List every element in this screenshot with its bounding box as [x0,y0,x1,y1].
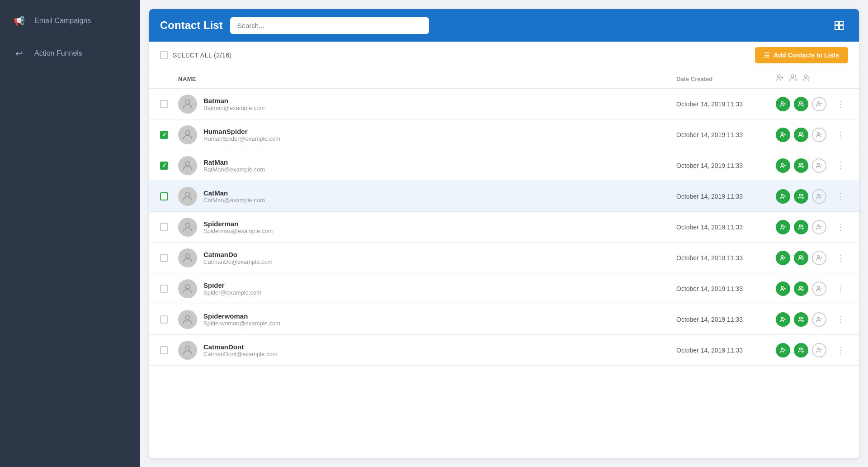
add-to-list-button[interactable] [776,312,790,327]
add-to-list-button[interactable] [776,343,790,357]
row-menu-button[interactable]: ⋮ [833,190,848,203]
add-to-group-button[interactable] [794,343,808,357]
row-actions: ⋮ [776,189,848,204]
add-contacts-button[interactable]: ☰ Add Contacts to Lists [755,47,848,63]
table-row: Batman Batman@example.com October 14, 20… [149,89,859,119]
contact-name: Spiderman [203,220,676,228]
th-name: NAME [178,76,676,82]
row-checkbox[interactable] [160,346,168,354]
avatar [178,125,197,144]
svg-point-71 [817,348,820,350]
row-checkbox-wrap [160,131,178,139]
row-checkbox[interactable] [160,254,168,262]
add-to-group-button[interactable] [794,158,808,173]
svg-point-17 [185,130,189,134]
avatar [178,341,197,360]
svg-point-66 [185,346,189,350]
avatar [178,218,197,237]
row-checkbox[interactable] [160,100,168,108]
row-info: CatmanDont CatmanDont@example.com [203,343,676,357]
add-to-group-button[interactable] [794,128,808,142]
contact-email: CatmanDo@example.com [203,258,676,265]
page-title: Contact List [160,19,223,32]
svg-point-43 [817,224,820,227]
remove-button[interactable] [812,312,826,327]
row-menu-button[interactable]: ⋮ [833,313,848,326]
row-menu-button[interactable]: ⋮ [833,251,848,265]
table-row: RatMan RatMan@example.com October 14, 20… [149,150,859,181]
contact-name: CatmanDont [203,343,676,351]
row-checkbox[interactable] [160,315,168,324]
row-info: Spiderwoman Spiderwoman@example.com [203,312,676,327]
row-checkbox[interactable] [160,223,168,231]
row-menu-button[interactable]: ⋮ [833,220,848,234]
svg-point-64 [817,317,820,319]
layout-toggle-button[interactable] [830,16,848,34]
remove-button[interactable] [812,220,826,234]
svg-point-63 [799,317,802,319]
svg-rect-2 [835,26,839,29]
svg-point-46 [781,255,783,257]
add-to-list-button[interactable] [776,189,790,204]
contact-date: October 14, 2019 11:33 [676,224,776,231]
add-to-list-button[interactable] [776,158,790,173]
remove-button[interactable] [812,97,826,111]
remove-button[interactable] [812,343,826,357]
row-menu-button[interactable]: ⋮ [833,159,848,172]
th-actions [776,74,848,84]
add-to-list-button[interactable] [776,128,790,142]
row-actions: ⋮ [776,343,848,357]
row-menu-button[interactable]: ⋮ [833,343,848,357]
add-to-list-button[interactable] [776,281,790,296]
contact-email: RatMan@example.com [203,166,676,173]
contact-email: CatMan@example.com [203,197,676,204]
svg-point-25 [781,163,783,165]
add-to-group-button[interactable] [794,189,808,204]
contact-date: October 14, 2019 11:33 [676,316,776,323]
remove-button[interactable] [812,251,826,265]
remove-button[interactable] [812,281,826,296]
card-header: Contact List [149,9,859,42]
avatar [178,310,197,329]
remove-button[interactable] [812,189,826,204]
row-menu-button[interactable]: ⋮ [833,128,848,142]
add-to-list-button[interactable] [776,251,790,265]
row-menu-button[interactable]: ⋮ [833,97,848,111]
contact-name: HumanSpider [203,128,676,135]
contact-email: Batman@example.com [203,105,676,111]
row-checkbox[interactable] [160,162,168,170]
contact-email: Spiderman@example.com [203,228,676,234]
add-to-group-button[interactable] [794,281,808,296]
select-all-checkbox[interactable] [160,51,168,59]
svg-point-15 [817,101,820,104]
add-to-list-button[interactable] [776,220,790,234]
sidebar-item-action-funnels[interactable]: ↩ Action Funnels [0,37,140,70]
search-input[interactable] [230,17,429,34]
row-checkbox-wrap [160,285,178,293]
contact-email: CatmanDont@example.com [203,351,676,357]
add-to-group-button[interactable] [794,220,808,234]
remove-button[interactable] [812,128,826,142]
row-actions: ⋮ [776,281,848,296]
contact-email: HumanSpider@example.com [203,135,676,142]
row-checkbox-wrap [160,254,178,262]
sidebar: 📢 Email Campaigns ↩ Action Funnels [0,0,140,467]
row-menu-button[interactable]: ⋮ [833,282,848,295]
table-row: Spider Spider@example.com October 14, 20… [149,273,859,304]
sidebar-item-email-campaigns[interactable]: 📢 Email Campaigns [0,5,140,37]
contact-name: CatMan [203,189,676,197]
remove-button[interactable] [812,158,826,173]
add-to-list-button[interactable] [776,97,790,111]
row-info: RatMan RatMan@example.com [203,158,676,173]
add-to-group-button[interactable] [794,251,808,265]
contact-date: October 14, 2019 11:33 [676,347,776,354]
svg-rect-3 [840,26,843,29]
row-checkbox[interactable] [160,192,168,200]
add-to-group-button[interactable] [794,97,808,111]
row-actions: ⋮ [776,312,848,327]
add-to-group-button[interactable] [794,312,808,327]
contact-name: Spider [203,281,676,289]
row-checkbox[interactable] [160,131,168,139]
row-checkbox[interactable] [160,285,168,293]
table-body: Batman Batman@example.com October 14, 20… [149,89,859,458]
